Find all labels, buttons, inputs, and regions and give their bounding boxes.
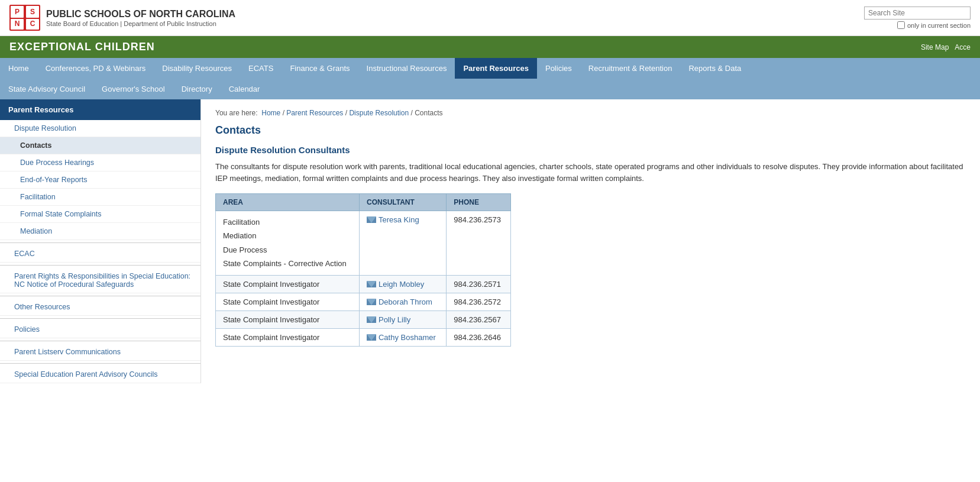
nav-bar: Home Conferences, PD & Webinars Disabili…: [0, 58, 980, 99]
cell-consultant-1: Teresa King: [359, 211, 446, 276]
cell-consultant-3: Deborah Throm: [359, 293, 446, 310]
sidebar-item-other-resources[interactable]: Other Resources: [0, 299, 200, 316]
col-phone: PHONE: [447, 194, 511, 211]
nav-directory[interactable]: Directory: [173, 79, 221, 99]
sidebar-item-mediation[interactable]: Mediation: [0, 223, 200, 240]
main-content: You are here: Home / Parent Resources / …: [201, 99, 980, 383]
sidebar: Parent Resources Dispute Resolution Cont…: [0, 99, 201, 383]
svg-text:P: P: [15, 8, 20, 16]
email-link-leigh[interactable]: Leigh Mobley: [367, 280, 439, 289]
nav-instructional[interactable]: Instructional Resources: [358, 58, 455, 79]
nav-conferences[interactable]: Conferences, PD & Webinars: [37, 58, 154, 79]
cell-phone-5: 984.236.2646: [447, 328, 511, 346]
sidebar-item-contacts[interactable]: Contacts: [0, 137, 200, 154]
sidebar-divider-2: [0, 265, 200, 266]
col-area: AREA: [216, 194, 360, 211]
table-row: Facilitation Mediation Due Process State…: [216, 211, 511, 276]
nav-policies[interactable]: Policies: [537, 58, 580, 79]
sidebar-item-advisory-councils[interactable]: Special Education Parent Advisory Counci…: [0, 366, 200, 383]
nav-row1: Home Conferences, PD & Webinars Disabili…: [0, 58, 980, 79]
cell-area-2: State Complaint Investigator: [216, 275, 360, 293]
table-row: State Complaint Investigator Deborah Thr…: [216, 293, 511, 310]
sidebar-item-facilitation[interactable]: Facilitation: [0, 189, 200, 206]
nav-ecats[interactable]: ECATS: [240, 58, 282, 79]
sidebar-item-formal-state[interactable]: Formal State Complaints: [0, 206, 200, 223]
logo-area: P S N C PUBLIC SCHOOLS OF NORTH CAROLINA…: [9, 5, 235, 31]
content-wrapper: Parent Resources Dispute Resolution Cont…: [0, 99, 980, 383]
email-link-cathy[interactable]: Cathy Boshamer: [367, 333, 439, 342]
search-section-label[interactable]: only in current section: [897, 21, 971, 29]
sidebar-item-due-process[interactable]: Due Process Hearings: [0, 154, 200, 172]
cell-consultant-5: Cathy Boshamer: [359, 328, 446, 346]
intro-text: The consultants for dispute resolution w…: [215, 161, 966, 184]
nav-disability[interactable]: Disability Resources: [154, 58, 240, 79]
nav-reports[interactable]: Reports & Data: [680, 58, 749, 79]
email-link-polly[interactable]: Polly Lilly: [367, 315, 439, 324]
sidebar-item-listserv[interactable]: Parent Listserv Communications: [0, 344, 200, 361]
search-area: only in current section: [864, 7, 971, 29]
breadcrumb: You are here: Home / Parent Resources / …: [215, 109, 966, 117]
banner-links: Site Map Acce: [921, 43, 971, 51]
cell-area-1: Facilitation Mediation Due Process State…: [216, 211, 360, 276]
email-icon: [367, 299, 376, 305]
email-icon: [367, 334, 376, 341]
table-body: Facilitation Mediation Due Process State…: [216, 211, 511, 347]
table-header-row: AREA CONSULTANT PHONE: [216, 194, 511, 211]
table-row: State Complaint Investigator Leigh Moble…: [216, 275, 511, 293]
cell-phone-1: 984.236.2573: [447, 211, 511, 276]
search-input[interactable]: [864, 7, 971, 20]
banner: EXCEPTIONAL CHILDREN Site Map Acce: [0, 36, 980, 58]
org-subtitle: State Board of Education | Department of…: [46, 20, 235, 27]
contacts-table: AREA CONSULTANT PHONE Facilitation Media…: [215, 193, 511, 347]
site-logo: P S N C: [9, 5, 40, 31]
logo-text: PUBLIC SCHOOLS OF NORTH CAROLINA State B…: [46, 8, 235, 27]
section-title: Dispute Resolution Consultants: [215, 145, 966, 155]
cell-phone-4: 984.236.2567: [447, 310, 511, 328]
site-header: P S N C PUBLIC SCHOOLS OF NORTH CAROLINA…: [0, 0, 980, 36]
sidebar-item-dispute-resolution[interactable]: Dispute Resolution: [0, 120, 200, 137]
cell-phone-2: 984.236.2571: [447, 275, 511, 293]
breadcrumb-parent-resources[interactable]: Parent Resources: [286, 109, 343, 117]
breadcrumb-dispute-resolution[interactable]: Dispute Resolution: [349, 109, 409, 117]
sidebar-item-end-of-year[interactable]: End-of-Year Reports: [0, 172, 200, 189]
table-row: State Complaint Investigator Polly Lilly…: [216, 310, 511, 328]
email-icon: [367, 281, 376, 287]
site-map-link[interactable]: Site Map: [921, 43, 949, 51]
email-link-teresa[interactable]: Teresa King: [367, 215, 439, 224]
sidebar-header: Parent Resources: [0, 99, 200, 120]
cell-consultant-2: Leigh Mobley: [359, 275, 446, 293]
svg-text:C: C: [30, 20, 35, 28]
svg-text:N: N: [15, 20, 20, 28]
sidebar-item-parent-rights[interactable]: Parent Rights & Responsibilities in Spec…: [0, 268, 200, 293]
nav-governors-school[interactable]: Governor's School: [93, 79, 173, 99]
nav-parent-resources[interactable]: Parent Resources: [455, 58, 537, 79]
sidebar-divider-1: [0, 242, 200, 243]
nav-home[interactable]: Home: [0, 58, 37, 79]
breadcrumb-current: Contacts: [415, 109, 442, 117]
sidebar-divider-6: [0, 363, 200, 364]
table-row: State Complaint Investigator Cathy Bosha…: [216, 328, 511, 346]
breadcrumb-home[interactable]: Home: [261, 109, 280, 117]
col-consultant: CONSULTANT: [359, 194, 446, 211]
svg-text:S: S: [30, 8, 35, 16]
accessibility-link[interactable]: Acce: [955, 43, 971, 51]
table-head: AREA CONSULTANT PHONE: [216, 194, 511, 211]
cell-consultant-4: Polly Lilly: [359, 310, 446, 328]
email-link-deborah[interactable]: Deborah Throm: [367, 297, 439, 306]
nav-row2: State Advisory Council Governor's School…: [0, 79, 980, 99]
banner-title: EXCEPTIONAL CHILDREN: [9, 41, 155, 53]
sidebar-divider-3: [0, 296, 200, 296]
nav-calendar[interactable]: Calendar: [221, 79, 269, 99]
nav-recruitment[interactable]: Recruitment & Retention: [580, 58, 681, 79]
nav-finance[interactable]: Finance & Grants: [282, 58, 358, 79]
sidebar-divider-4: [0, 318, 200, 319]
search-section-checkbox[interactable]: [897, 21, 905, 29]
email-icon: [367, 216, 376, 223]
cell-area-3: State Complaint Investigator: [216, 293, 360, 310]
cell-phone-3: 984.236.2572: [447, 293, 511, 310]
sidebar-item-ecac[interactable]: ECAC: [0, 245, 200, 263]
nav-state-advisory[interactable]: State Advisory Council: [0, 79, 93, 99]
org-name: PUBLIC SCHOOLS OF NORTH CAROLINA: [46, 8, 235, 20]
sidebar-item-policies[interactable]: Policies: [0, 321, 200, 338]
sidebar-divider-5: [0, 341, 200, 341]
